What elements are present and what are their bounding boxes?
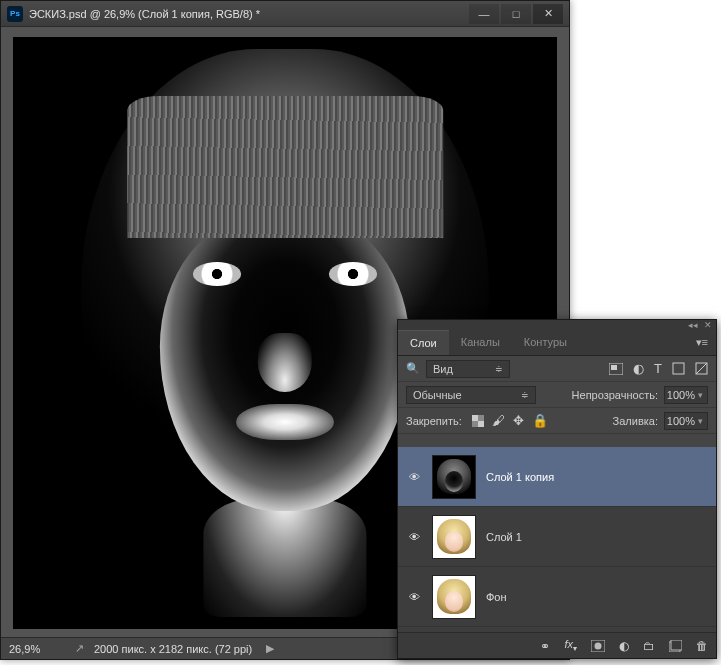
layer-style-icon[interactable]: fx▾: [564, 637, 577, 653]
layers-list: 👁 Слой 1 копия 👁 Слой 1 👁 Фон: [398, 447, 716, 632]
panel-tabs: Слои Каналы Контуры ▾≡: [398, 330, 716, 356]
opacity-value: 100%: [667, 389, 695, 401]
new-layer-icon[interactable]: [669, 640, 682, 652]
layer-thumbnail[interactable]: [432, 515, 476, 559]
visibility-toggle-icon[interactable]: 👁: [406, 471, 422, 483]
link-layers-icon[interactable]: ⚭: [540, 639, 550, 653]
tab-layers[interactable]: Слои: [398, 330, 449, 355]
search-icon: 🔍: [406, 362, 420, 375]
visibility-toggle-icon[interactable]: 👁: [406, 591, 422, 603]
blend-row: Обычные ≑ Непрозрачность: 100%▾: [398, 382, 716, 408]
app-icon: Ps: [7, 6, 23, 22]
chevron-down-icon: ≑: [521, 390, 529, 400]
svg-rect-2: [673, 363, 684, 374]
info-menu-arrow-icon[interactable]: ▶: [266, 642, 274, 655]
fill-value: 100%: [667, 415, 695, 427]
filter-type-icon[interactable]: T: [654, 361, 662, 376]
visibility-toggle-icon[interactable]: 👁: [406, 531, 422, 543]
layer-row[interactable]: 👁 Фон: [398, 567, 716, 627]
group-icon[interactable]: 🗀: [643, 639, 655, 653]
blend-mode-dropdown[interactable]: Обычные ≑: [406, 386, 536, 404]
panel-footer: ⚭ fx▾ ◐ 🗀 🗑: [398, 632, 716, 658]
fill-label: Заливка:: [613, 415, 658, 427]
layer-row[interactable]: 👁 Слой 1: [398, 507, 716, 567]
filter-shape-icon[interactable]: [672, 361, 685, 376]
svg-rect-10: [671, 640, 682, 650]
layer-mask-icon[interactable]: [591, 640, 605, 652]
filter-pixel-icon[interactable]: [609, 361, 623, 376]
lock-pixels-icon[interactable]: 🖌: [492, 413, 505, 428]
svg-rect-6: [478, 421, 484, 427]
window-title: ЭСКИЗ.psd @ 26,9% (Слой 1 копия, RGB/8) …: [29, 8, 467, 20]
layer-thumbnail[interactable]: [432, 455, 476, 499]
lock-all-icon[interactable]: 🔒: [532, 413, 548, 428]
zoom-level[interactable]: 26,9%: [9, 643, 65, 655]
opacity-label: Непрозрачность:: [572, 389, 658, 401]
layer-name[interactable]: Фон: [486, 591, 507, 603]
lock-label: Закрепить:: [406, 415, 462, 427]
blend-mode-value: Обычные: [413, 389, 462, 401]
tab-channels[interactable]: Каналы: [449, 330, 512, 355]
adjustment-layer-icon[interactable]: ◐: [619, 639, 629, 653]
svg-rect-5: [472, 415, 478, 421]
svg-point-8: [595, 642, 602, 649]
filter-kind-dropdown[interactable]: Вид ≑: [426, 360, 510, 378]
panel-close-icon[interactable]: ✕: [704, 320, 712, 330]
collapse-icon[interactable]: ◂◂: [688, 320, 698, 330]
panel-menu-icon[interactable]: ▾≡: [688, 330, 716, 355]
svg-rect-1: [611, 365, 617, 370]
maximize-button[interactable]: □: [501, 4, 531, 24]
lock-row: Закрепить: 🖌 ✥ 🔒 Заливка: 100%▾: [398, 408, 716, 434]
minimize-button[interactable]: —: [469, 4, 499, 24]
titlebar[interactable]: Ps ЭСКИЗ.psd @ 26,9% (Слой 1 копия, RGB/…: [1, 1, 569, 27]
chevron-down-icon: ≑: [495, 364, 503, 374]
filter-adjustment-icon[interactable]: ◐: [633, 361, 644, 376]
fill-input[interactable]: 100%▾: [664, 412, 708, 430]
delete-layer-icon[interactable]: 🗑: [696, 639, 708, 653]
filter-kind-label: Вид: [433, 363, 453, 375]
layer-row[interactable]: 👁 Слой 1 копия: [398, 447, 716, 507]
close-button[interactable]: ✕: [533, 4, 563, 24]
filter-smartobject-icon[interactable]: [695, 361, 708, 376]
lock-transparent-icon[interactable]: [472, 413, 484, 428]
filter-row: 🔍 Вид ≑ ◐ T: [398, 356, 716, 382]
layer-name[interactable]: Слой 1: [486, 531, 522, 543]
lock-position-icon[interactable]: ✥: [513, 413, 524, 428]
panel-drag-handle[interactable]: ◂◂ ✕: [398, 320, 716, 330]
layer-thumbnail[interactable]: [432, 575, 476, 619]
opacity-input[interactable]: 100%▾: [664, 386, 708, 404]
document-info[interactable]: 2000 пикс. x 2182 пикс. (72 ppi): [94, 643, 252, 655]
share-icon[interactable]: ↗: [75, 642, 84, 655]
tab-paths[interactable]: Контуры: [512, 330, 579, 355]
layer-name[interactable]: Слой 1 копия: [486, 471, 554, 483]
layers-panel: ◂◂ ✕ Слои Каналы Контуры ▾≡ 🔍 Вид ≑ ◐ T …: [397, 319, 717, 659]
